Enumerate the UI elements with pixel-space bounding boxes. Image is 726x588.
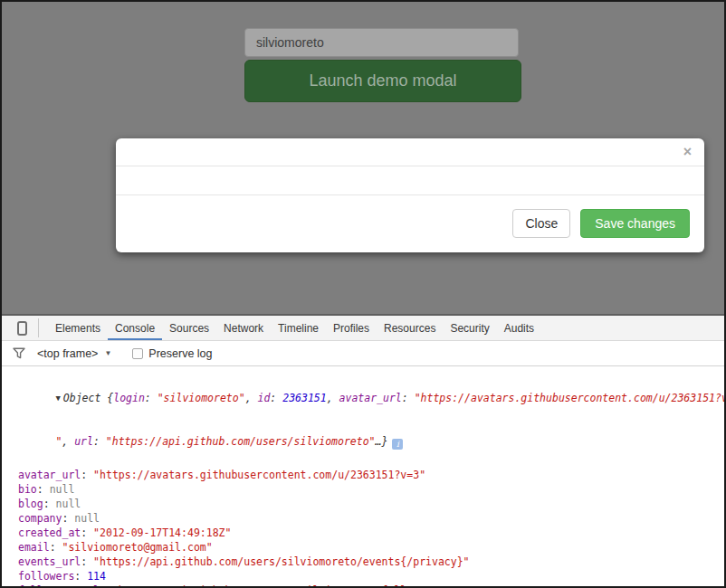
console-object-properties: avatar_url: "https://avatars.githubuserc… [5,468,724,586]
property-separator: : [43,498,56,510]
modal-dialog: × Close Save changes [116,138,704,252]
property-value: "https://api.github.com/users/silviomore… [112,584,444,586]
console-property-row: events_url: "https://api.github.com/user… [18,555,724,569]
console-preview-segment: , [245,392,258,404]
property-value: 114 [87,570,106,583]
device-toolbar-icon[interactable] [17,321,27,336]
launch-demo-modal-button[interactable]: Launch demo modal [244,60,521,102]
tab-network[interactable]: Network [216,316,271,340]
property-separator: : [81,469,93,481]
modal-header: × [116,138,704,166]
console-property-row: bio: null [18,482,724,497]
console-property-row: followers_url: "https://api.github.com/u… [18,583,724,586]
console-preview-segment: , [62,435,74,448]
property-key: blog [18,498,43,510]
property-separator: : [37,483,50,496]
frame-selector-dropdown[interactable]: <top frame> ▼ [37,347,111,360]
property-key: followers [18,570,74,583]
preserve-log-label[interactable]: Preserve log [148,347,212,360]
close-button[interactable]: Close [512,209,570,238]
console-preview-segment: , [327,392,339,404]
property-separator: : [50,541,62,554]
console-preview-segment: : [270,392,282,404]
browser-screenshot: Launch demo modal × Close Save changes E… [0,0,726,588]
property-value: null [74,512,100,525]
console-preview-segment: url [74,435,93,448]
tab-security[interactable]: Security [443,316,496,340]
console-property-row: avatar_url: "https://avatars.githubuserc… [18,468,724,482]
property-value: "2012-09-17T14:49:18Z" [93,526,231,539]
property-key: company [18,512,62,525]
console-preview-segment: login [113,392,145,404]
chevron-down-icon: ▼ [104,349,111,357]
devtools-panel: ElementsConsoleSourcesNetworkTimelinePro… [2,314,724,586]
tab-profiles[interactable]: Profiles [326,316,377,340]
tab-resources[interactable]: Resources [377,316,443,340]
property-separator: : [81,555,93,568]
console-preview-segment: : [93,435,106,448]
save-changes-button[interactable]: Save changes [580,209,690,238]
console-property-row: created_at: "2012-09-17T14:49:18Z" [18,526,724,540]
tabbar-divider [38,318,39,337]
console-output: ▼Object {login: "silviomoreto", id: 2363… [2,366,724,586]
console-property-row: followers: 114 [18,569,724,583]
tab-timeline[interactable]: Timeline [271,316,326,340]
property-value: "silviomoreto@gmail.com" [62,541,212,554]
console-preview-segment: "silviomoreto" [158,392,245,404]
property-value: null [50,483,75,496]
console-preview-segment: : [145,392,158,404]
console-object-preview-line2: ", url: "https://api.github.com/users/si… [5,420,724,464]
console-preview-segment: id [257,392,270,404]
property-key: avatar_url [18,469,81,481]
info-icon: i [392,439,403,450]
console-toolbar: <top frame> ▼ Preserve log [2,341,724,366]
console-preview-segment: "https://api.github.com/users/silviomore… [106,435,376,448]
property-separator: : [81,526,93,539]
console-preview-segment: 2363151 [282,392,326,404]
property-separator: : [62,512,74,525]
property-key: followers_url [18,584,100,586]
property-value: null [56,498,81,510]
property-value: "https://api.github.com/users/silviomore… [93,555,469,568]
console-object-preview-line1: ▼Object {login: "silviomoreto", id: 2363… [5,376,724,420]
devtools-tabs: ElementsConsoleSourcesNetworkTimelinePro… [48,316,541,340]
username-input[interactable] [244,28,519,57]
frame-selector-label: <top frame> [37,347,98,360]
console-preview-segment: : [402,392,415,404]
expand-caret-icon[interactable]: ▼ [55,391,60,405]
property-key: events_url [18,555,81,568]
tab-audits[interactable]: Audits [497,316,541,340]
console-property-row: company: null [18,511,724,526]
filter-icon[interactable] [13,347,25,359]
console-property-row: blog: null [18,497,724,511]
modal-footer: Close Save changes [116,194,704,251]
property-value: "https://avatars.githubusercontent.com/u… [93,469,425,481]
modal-body [116,166,704,194]
console-preview-segment: avatar_url [339,392,402,404]
property-separator: : [74,570,87,583]
tab-elements[interactable]: Elements [48,316,108,340]
property-key: created_at [18,526,81,539]
close-icon[interactable]: × [683,145,692,159]
tab-console[interactable]: Console [108,316,162,340]
property-key: bio [18,483,37,496]
console-preview-segment: …} [376,435,388,448]
console-preview-segment: Object { [63,392,113,404]
console-preview-segment: "https://avatars.githubusercontent.com/u… [415,392,724,404]
property-key: email [18,541,50,554]
preserve-log-checkbox[interactable] [132,348,143,359]
tab-sources[interactable]: Sources [162,316,216,340]
devtools-tabbar: ElementsConsoleSourcesNetworkTimelinePro… [2,316,724,341]
console-property-row: email: "silviomoreto@gmail.com" [18,540,724,555]
property-separator: : [100,584,112,586]
